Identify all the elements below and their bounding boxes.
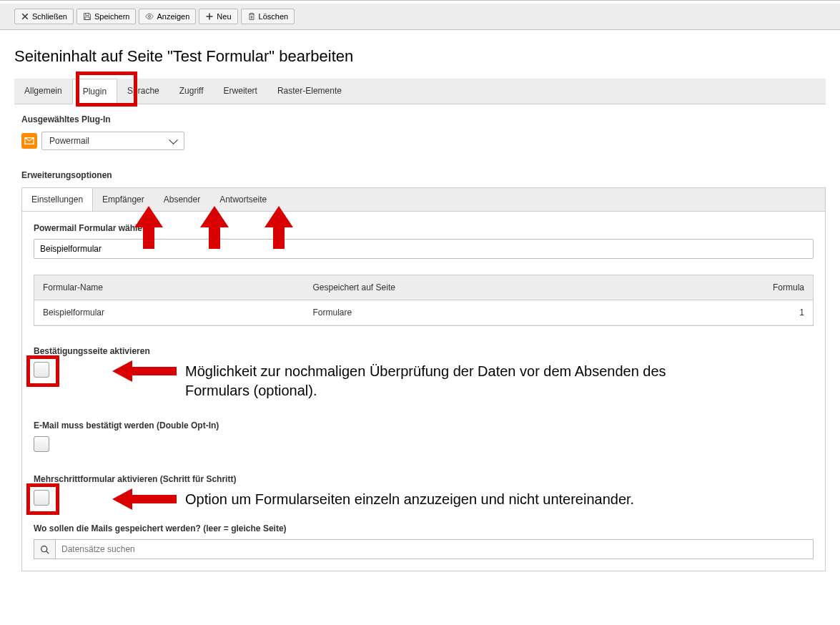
- eye-icon: [145, 12, 154, 21]
- tab-plugin[interactable]: Plugin: [72, 79, 117, 104]
- confirm-annotation: Möglichkeit zur nochmaligen Überprüfung …: [185, 362, 671, 400]
- th-count: Formula: [646, 275, 813, 300]
- arrow-annotation-multistep: [112, 488, 178, 510]
- form-select-label: Powermail Formular wählen: [34, 223, 814, 233]
- double-optin-label: E-Mail muss bestätigt werden (Double Opt…: [34, 420, 814, 430]
- sub-tab-bar: Einstellungen Empfänger Absender Antwort…: [21, 187, 826, 211]
- close-icon: [21, 12, 29, 21]
- tab-raster[interactable]: Raster-Elemente: [267, 79, 352, 104]
- sub-tab-antwortseite[interactable]: Antwortseite: [210, 188, 277, 211]
- svg-point-0: [41, 546, 47, 551]
- td-count: 1: [646, 300, 813, 325]
- multistep-checkbox[interactable]: [34, 490, 49, 506]
- view-button[interactable]: Anzeigen: [139, 9, 196, 24]
- sub-tab-empfaenger[interactable]: Empfänger: [93, 188, 154, 211]
- plus-icon: [205, 12, 214, 21]
- search-icon: [40, 545, 49, 554]
- toolbar: Schließen Speichern Anzeigen Neu Löschen: [0, 4, 840, 30]
- new-button[interactable]: Neu: [199, 9, 237, 24]
- mail-storage-search-input[interactable]: [55, 539, 814, 559]
- ext-options-label: Erweiterungsoptionen: [21, 170, 826, 180]
- save-button[interactable]: Speichern: [76, 9, 137, 24]
- close-button[interactable]: Schließen: [14, 9, 74, 24]
- td-name: Beispielformular: [34, 300, 304, 325]
- tab-erweitert[interactable]: Erweitert: [214, 79, 267, 104]
- trash-icon: [247, 12, 256, 21]
- confirm-page-checkbox[interactable]: [34, 362, 49, 378]
- delete-label: Löschen: [259, 12, 289, 21]
- th-name: Formular-Name: [34, 275, 304, 300]
- powermail-icon: [21, 133, 37, 149]
- confirm-page-label: Bestätigungsseite aktivieren: [34, 346, 814, 356]
- sub-tab-einstellungen[interactable]: Einstellungen: [22, 188, 93, 211]
- table-row[interactable]: Beispielformular Formulare 1: [34, 300, 813, 325]
- delete-button[interactable]: Löschen: [241, 9, 295, 24]
- page-title: Seiteninhalt auf Seite "Test Formular" b…: [14, 47, 826, 66]
- view-label: Anzeigen: [157, 12, 189, 21]
- td-saved: Formulare: [304, 300, 646, 325]
- th-saved: Gespeichert auf Seite: [304, 275, 646, 300]
- save-icon: [83, 12, 92, 21]
- multistep-annotation: Option um Formularseiten einzeln anzuzei…: [185, 490, 634, 509]
- multistep-label: Mehrschrittformular aktivieren (Schritt …: [34, 474, 814, 484]
- search-icon-box[interactable]: [34, 539, 55, 559]
- tab-sprache[interactable]: Sprache: [117, 79, 169, 104]
- double-optin-checkbox[interactable]: [34, 436, 49, 452]
- mail-storage-label: Wo sollen die Mails gespeichert werden? …: [34, 523, 814, 533]
- form-table: Formular-Name Gespeichert auf Seite Form…: [34, 275, 814, 326]
- plugin-select[interactable]: Powermail: [41, 132, 184, 150]
- table-header-row: Formular-Name Gespeichert auf Seite Form…: [34, 275, 813, 300]
- tab-zugriff[interactable]: Zugriff: [169, 79, 214, 104]
- plugin-select-value: Powermail: [49, 136, 89, 146]
- new-label: Neu: [217, 12, 231, 21]
- tab-allgemein[interactable]: Allgemein: [14, 79, 72, 104]
- plugin-section-label: Ausgewähltes Plug-In: [21, 114, 826, 124]
- sub-content: Powermail Formular wählen Formular-Name …: [21, 211, 826, 571]
- close-label: Schließen: [32, 12, 67, 21]
- main-tab-bar: Allgemein Plugin Sprache Zugriff Erweite…: [14, 79, 826, 104]
- save-label: Speichern: [94, 12, 130, 21]
- sub-tab-absender[interactable]: Absender: [154, 188, 210, 211]
- form-select-input[interactable]: [34, 239, 814, 259]
- arrow-annotation-confirm: [112, 360, 178, 382]
